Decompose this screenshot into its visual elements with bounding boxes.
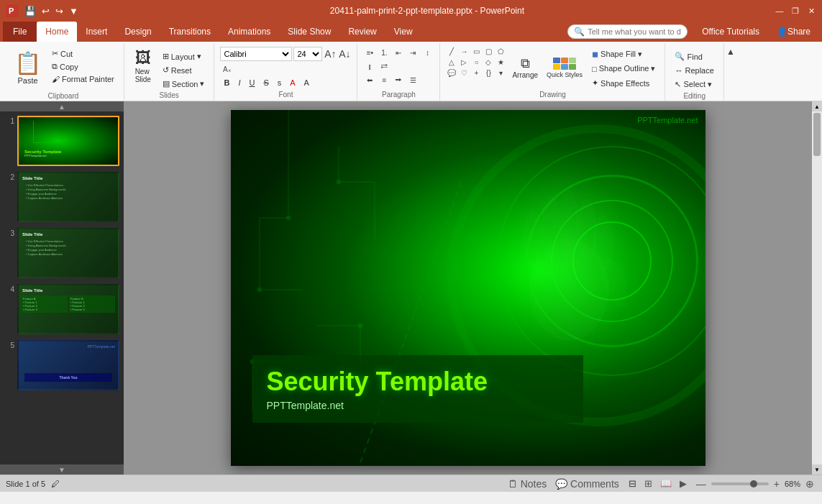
arrow-shape[interactable]: → [458, 46, 470, 56]
arrange-button[interactable]: ⧉ Arrange [509, 46, 541, 89]
panel-scroll-up-button[interactable]: ▲ [0, 101, 124, 111]
triangle2-shape[interactable]: ▷ [458, 57, 470, 67]
slide-2-item[interactable]: 2 Slide Title • Use Effective Presentati… [3, 170, 121, 224]
animations-menu[interactable]: Animations [219, 22, 279, 42]
select-button[interactable]: ↖ Select ▾ [671, 78, 717, 91]
tell-me-input[interactable] [588, 27, 681, 36]
paste-button[interactable]: 📋 Paste [9, 45, 47, 91]
customize-quick-access-button[interactable]: ▼ [68, 4, 80, 18]
home-menu[interactable]: Home [37, 22, 77, 42]
view-menu[interactable]: View [385, 22, 421, 42]
notes-button[interactable]: 🗒 Notes [506, 477, 549, 490]
layout-button[interactable]: ⊞ Layout ▾ [159, 50, 209, 63]
save-button[interactable]: 💾 [23, 4, 37, 18]
italic-button[interactable]: I [234, 77, 244, 88]
collapse-ribbon-button[interactable]: ▲ [724, 46, 737, 58]
reading-view-button[interactable]: 📖 [657, 477, 675, 490]
panel-scroll-down-button[interactable]: ▼ [0, 464, 124, 475]
redo-button[interactable]: ↪ [54, 4, 65, 18]
oval-shape[interactable]: ○ [470, 57, 482, 67]
highlight-button[interactable]: A [301, 77, 313, 88]
copy-button[interactable]: ⧉ Copy [48, 60, 118, 73]
align-center-button[interactable]: ≡ [378, 74, 391, 86]
justify-button[interactable]: ☰ [406, 74, 419, 86]
line-shape[interactable]: ╱ [446, 46, 457, 56]
design-menu[interactable]: Design [116, 22, 160, 42]
slide-3-thumbnail[interactable]: Slide Title • Use Effective Presentation… [17, 228, 119, 278]
rect-shape[interactable]: ▭ [470, 46, 482, 56]
font-size-select[interactable]: 24 [293, 47, 322, 61]
text-direction-button[interactable]: ⮂ [378, 60, 391, 72]
quick-styles-button[interactable]: Quick Styles [544, 46, 585, 89]
file-menu[interactable]: File [3, 22, 37, 42]
bracket-shape[interactable]: {} [483, 68, 494, 78]
clear-formatting-button[interactable]: Aₓ [220, 63, 233, 75]
font-name-select[interactable]: Calibri [220, 47, 292, 61]
undo-button[interactable]: ↩ [40, 4, 51, 18]
slideshow-view-button[interactable]: ▶ [677, 477, 690, 490]
reset-button[interactable]: ↺ Reset [159, 64, 209, 76]
close-button[interactable]: ✕ [806, 6, 816, 16]
font-color-button[interactable]: A [286, 77, 298, 88]
diamond-shape[interactable]: ◇ [483, 57, 494, 67]
slide-1-thumbnail[interactable]: Security Template PPTTemplate.net [17, 116, 119, 166]
normal-view-button[interactable]: ⊟ [626, 477, 639, 490]
share-button[interactable]: 👤 Share [768, 22, 819, 42]
bold-button[interactable]: B [220, 77, 233, 88]
replace-button[interactable]: ↔ Replace [671, 65, 717, 76]
slide-4-thumbnail[interactable]: Slide Title Feature A• Feature 1• Featur… [17, 284, 119, 334]
zoom-slider[interactable] [711, 482, 769, 485]
slide-show-menu[interactable]: Slide Show [279, 22, 339, 42]
restore-button[interactable]: ❐ [790, 6, 800, 16]
align-right-button[interactable]: ⮕ [392, 74, 405, 86]
columns-button[interactable]: ⫿ [363, 60, 376, 72]
zoom-in-button[interactable]: + [772, 477, 782, 490]
office-tutorials-button[interactable]: Office Tutorials [693, 22, 768, 42]
slide-2-thumbnail[interactable]: Slide Title • Use Effective Presentation… [17, 172, 119, 222]
star-shape[interactable]: ★ [495, 57, 506, 67]
heart-shape[interactable]: ♡ [458, 68, 470, 78]
cut-button[interactable]: ✂ Cut [48, 47, 118, 60]
zoom-thumb[interactable] [750, 480, 757, 487]
shape-outline-button[interactable]: □ Shape Outline ▾ [588, 63, 659, 75]
line-spacing-button[interactable]: ↕ [421, 47, 434, 58]
slide-4-item[interactable]: 4 Slide Title Feature A• Feature 1• Feat… [3, 283, 121, 336]
scroll-down-arrow[interactable]: ▼ [812, 464, 822, 475]
scroll-thumb[interactable] [813, 113, 821, 156]
comments-button[interactable]: 💬 Comments [553, 477, 621, 490]
rounded-rect-shape[interactable]: ▢ [483, 46, 494, 56]
shadow-button[interactable]: s [274, 77, 286, 88]
slide-5-item[interactable]: 5 PPTTemplate.net Thank You [3, 339, 121, 392]
insert-menu[interactable]: Insert [77, 22, 116, 42]
transitions-menu[interactable]: Transitions [160, 22, 219, 42]
slide-5-thumbnail[interactable]: PPTTemplate.net Thank You [17, 340, 119, 390]
zoom-out-button[interactable]: — [694, 477, 708, 490]
scroll-track[interactable] [812, 111, 822, 464]
increase-indent-button[interactable]: ⇥ [406, 47, 419, 58]
fit-slide-button[interactable]: ⊕ [803, 477, 816, 490]
shape-effects-button[interactable]: ✦ Shape Effects [588, 77, 659, 89]
cross-shape[interactable]: + [470, 68, 482, 78]
decrease-indent-button[interactable]: ⇤ [392, 47, 405, 58]
underline-button[interactable]: U [245, 77, 258, 88]
triangle-shape[interactable]: △ [446, 57, 457, 67]
section-button[interactable]: ▤ Section ▾ [159, 78, 209, 90]
slide-1-item[interactable]: 1 Security Template PPTTemplate.net [3, 114, 121, 168]
pentagon-shape[interactable]: ⬠ [495, 46, 506, 56]
decrease-font-size-button[interactable]: A↓ [338, 48, 351, 60]
callout-shape[interactable]: 💬 [446, 68, 457, 78]
minimize-button[interactable]: — [775, 6, 785, 16]
slide-title-box[interactable]: Security Template PPTTemplate.net [252, 355, 583, 423]
shape-fill-button[interactable]: ◼ Shape Fill ▾ [588, 48, 659, 60]
new-slide-button[interactable]: 🖼 New Slide [130, 47, 156, 85]
canvas-area[interactable]: PPTTemplate.net Security Template PPTTem… [124, 101, 812, 475]
find-button[interactable]: 🔍 Find [671, 50, 717, 63]
strikethrough-button[interactable]: S [260, 77, 272, 88]
more-shapes[interactable]: ▾ [495, 68, 506, 78]
slide-3-item[interactable]: 3 Slide Title • Use Effective Presentati… [3, 226, 121, 280]
tell-me-box[interactable]: 🔍 [567, 24, 688, 39]
numbering-button[interactable]: 1. [378, 47, 391, 58]
bullets-button[interactable]: ≡• [363, 47, 376, 58]
format-painter-button[interactable]: 🖌 Format Painter [48, 73, 118, 85]
scroll-up-arrow[interactable]: ▲ [812, 101, 822, 111]
